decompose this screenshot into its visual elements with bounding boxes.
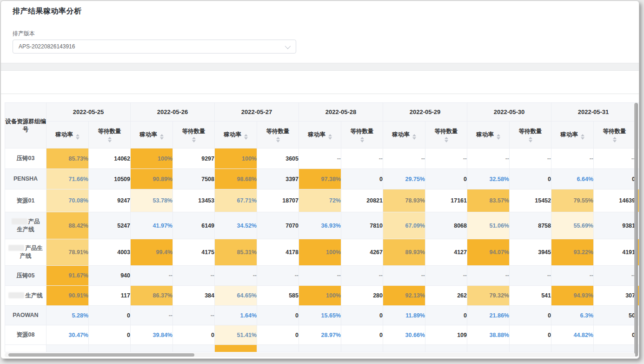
wait-cell: 3397 (257, 169, 299, 189)
redacted-text-chip (8, 245, 24, 251)
sort-caret-icon (108, 137, 112, 142)
wait-header-cell[interactable]: 等待数量 (594, 121, 636, 148)
rate-header-label: 稼动率 (224, 131, 241, 139)
wait-cell (425, 345, 467, 352)
wait-cell: -- (594, 266, 636, 286)
rate-header-cell[interactable]: 稼动率 (215, 121, 257, 148)
rate-cell: 100% (215, 148, 257, 169)
rate-cell: 64.65% (215, 286, 257, 306)
rate-cell: -- (215, 266, 257, 286)
horizontal-scrollbar-track (5, 353, 635, 357)
rate-header-label: 稼动率 (55, 131, 73, 139)
row-label-cell: 压铸03 (5, 148, 46, 169)
wait-header-cell[interactable]: 等待数量 (257, 121, 299, 148)
rate-cell: 99.4% (131, 239, 173, 266)
rate-header-cell[interactable]: 稼动率 (299, 121, 341, 148)
rate-cell: 67.09% (383, 212, 425, 239)
wait-cell: -- (594, 148, 636, 169)
wait-cell: -- (173, 266, 215, 286)
partial-row (5, 345, 639, 352)
wait-cell: 4003 (89, 239, 131, 266)
rate-header-label: 稼动率 (476, 131, 494, 139)
rate-cell: 36.93% (299, 212, 341, 239)
rate-cell: -- (383, 148, 425, 169)
wait-cell: 7508 (173, 169, 215, 189)
wait-cell: 0 (89, 306, 131, 325)
rate-cell: 44.82% (551, 325, 594, 345)
wait-cell: 50 (594, 306, 636, 325)
schedule-version-value: APS-20220826143916 (19, 43, 75, 50)
horizontal-scrollbar-thumb[interactable] (8, 353, 194, 357)
table-row: PENSHA71.66%1050990.89%750898.68%339797.… (5, 169, 639, 189)
wait-cell: 6149 (173, 212, 215, 239)
rate-cell: 67.71% (215, 189, 257, 212)
schedule-version-select[interactable]: APS-20220826143916 (13, 40, 296, 54)
table-row: PAOWAN5.28%0----1.64%015.65%011.89%021.8… (5, 306, 639, 325)
wait-cell (510, 345, 551, 352)
rate-cell: 79.32% (467, 286, 510, 306)
wait-cell: 0 (425, 169, 467, 189)
row-label-cell: PENSHA (5, 169, 46, 189)
rate-header-cell[interactable]: 稼动率 (131, 121, 173, 148)
rate-cell: 39.84% (131, 325, 173, 345)
rate-header-cell[interactable]: 稼动率 (467, 121, 510, 148)
date-header-cell: 2022-05-26 (131, 103, 215, 121)
rate-cell (467, 345, 510, 352)
rate-cell: 78.93% (383, 189, 425, 212)
schedule-version-label: 排产版本 (13, 30, 35, 38)
wait-header-cell[interactable]: 等待数量 (425, 121, 467, 148)
wait-header-cell[interactable]: 等待数量 (341, 121, 383, 148)
rate-cell: 78.91% (46, 239, 89, 266)
wait-cell: 3605 (257, 148, 299, 169)
row-label-cell: 资源01 (5, 189, 46, 212)
wait-cell: -- (257, 266, 299, 286)
wait-cell: 9247 (89, 189, 131, 212)
rate-cell: -- (551, 266, 594, 286)
wait-cell: 280 (341, 286, 383, 306)
wait-cell: 0 (510, 306, 551, 325)
rate-cell: 94.07% (467, 239, 510, 266)
rate-cell: -- (383, 266, 425, 286)
rate-header-cell[interactable]: 稼动率 (551, 121, 594, 148)
rate-cell: 1.64% (215, 306, 257, 325)
rate-cell: -- (131, 266, 173, 286)
wait-cell: 0 (594, 169, 636, 189)
rate-cell: 5.28% (46, 306, 89, 325)
redacted-text-chip (8, 292, 24, 298)
rate-header-cell[interactable]: 稼动率 (46, 121, 89, 148)
wait-cell: -- (173, 306, 215, 325)
table-row: 压铸0591.67%940------------------------ (5, 266, 639, 286)
wait-cell: 17161 (425, 189, 467, 212)
rate-cell (215, 345, 257, 352)
wait-header-cell[interactable]: 等待数量 (89, 121, 131, 148)
sort-caret-icon (244, 134, 248, 140)
rate-header-cell[interactable]: 稼动率 (383, 121, 425, 148)
sort-caret-icon (581, 134, 584, 140)
vertical-scrollbar[interactable] (634, 103, 638, 357)
table-row: 压铸0385.73%14062100%9297100%3605---------… (5, 148, 639, 169)
table-row: 产品生产线78.91%400399.4%417585.31%4178100%42… (5, 239, 639, 266)
wait-cell: 3945 (510, 239, 551, 266)
rate-cell: 53.78% (131, 189, 173, 212)
chevron-down-icon (285, 43, 291, 49)
rate-cell: -- (467, 148, 510, 169)
row-label-cell: 生产线 (5, 286, 46, 306)
wait-cell: 117 (89, 286, 131, 306)
sort-caret-icon (613, 137, 617, 142)
rate-cell: 32.58% (467, 169, 510, 189)
rate-cell (131, 345, 173, 352)
wait-cell: -- (425, 266, 467, 286)
row-label-cell (5, 345, 46, 352)
wait-cell: 4175 (173, 239, 215, 266)
wait-header-cell[interactable]: 等待数量 (173, 121, 215, 148)
table-row: 产品生产线88.42%524741.97%614934.52%707036.93… (5, 212, 639, 239)
rate-cell: 97.38% (299, 169, 341, 189)
rate-cell: 6.3% (551, 306, 594, 325)
rate-cell: 98.68% (215, 169, 257, 189)
wait-header-cell[interactable]: 等待数量 (510, 121, 551, 148)
rate-cell: 79.55% (551, 189, 594, 212)
section-divider (1, 94, 639, 94)
sort-caret-icon (360, 137, 364, 142)
rate-cell (46, 345, 89, 352)
page-title: 排产结果稼动率分析 (13, 7, 82, 16)
